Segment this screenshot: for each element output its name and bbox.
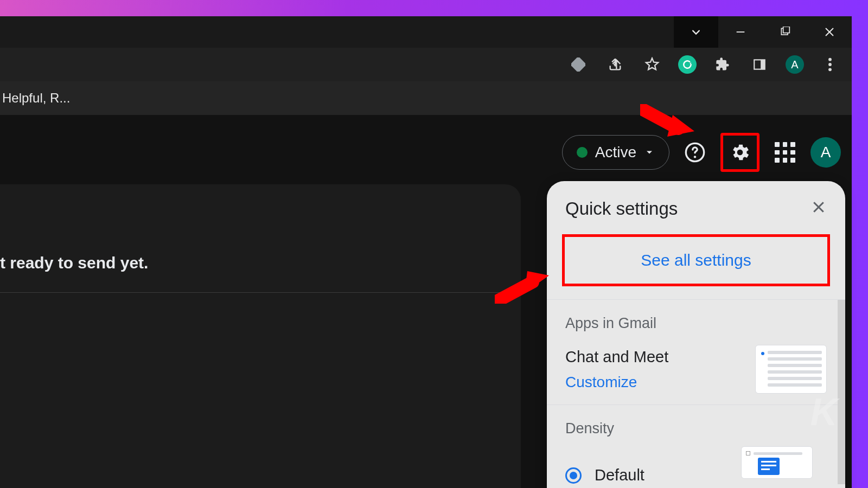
bookmark-item[interactable]: Helpful, R... bbox=[2, 91, 70, 106]
minimize-icon bbox=[735, 26, 746, 38]
svg-point-6 bbox=[828, 58, 832, 61]
main-content-card: t ready to send yet. bbox=[0, 184, 521, 488]
maximize-icon bbox=[780, 27, 790, 37]
section-heading: Density bbox=[565, 420, 827, 437]
minimize-button[interactable] bbox=[718, 16, 763, 48]
close-icon bbox=[810, 199, 827, 215]
radio-icon bbox=[565, 467, 582, 484]
close-icon bbox=[823, 25, 836, 38]
quick-settings-title: Quick settings bbox=[565, 198, 678, 219]
bookmarks-bar: Helpful, R... bbox=[0, 81, 852, 115]
bookmark-star-icon[interactable] bbox=[641, 54, 663, 75]
status-pill[interactable]: Active bbox=[562, 135, 669, 170]
tab-search-button[interactable] bbox=[674, 16, 718, 48]
settings-button[interactable] bbox=[725, 138, 755, 167]
browser-profile-avatar[interactable]: A bbox=[786, 55, 804, 74]
browser-toolbar: A bbox=[0, 48, 852, 81]
scrollbar[interactable] bbox=[838, 300, 845, 484]
radio-label: Default bbox=[595, 466, 644, 484]
see-all-settings-button[interactable]: See all settings bbox=[562, 234, 830, 286]
account-avatar[interactable]: A bbox=[810, 137, 841, 168]
apps-in-gmail-section: Apps in Gmail Chat and Meet Customize bbox=[547, 300, 845, 405]
close-window-button[interactable] bbox=[807, 16, 852, 48]
quick-settings-close-button[interactable] bbox=[810, 199, 827, 219]
share-icon[interactable] bbox=[604, 54, 626, 75]
help-button[interactable] bbox=[680, 138, 710, 167]
status-label: Active bbox=[595, 144, 636, 161]
density-default-option[interactable]: Default bbox=[565, 466, 644, 484]
sidepanel-icon[interactable] bbox=[749, 54, 770, 75]
content-row: t ready to send yet. bbox=[0, 233, 507, 293]
chevron-down-icon bbox=[688, 24, 704, 40]
content-text: t ready to send yet. bbox=[0, 254, 148, 272]
svg-rect-2 bbox=[783, 27, 790, 33]
caret-down-icon bbox=[644, 147, 655, 158]
svg-rect-5 bbox=[761, 60, 765, 69]
chat-and-meet-label: Chat and Meet bbox=[565, 348, 668, 366]
window-titlebar bbox=[0, 16, 852, 48]
density-thumbnail bbox=[741, 446, 813, 479]
layout-thumbnail bbox=[755, 345, 827, 394]
quick-settings-header: Quick settings bbox=[547, 181, 845, 230]
quick-settings-scroll: Apps in Gmail Chat and Meet Customize De… bbox=[547, 299, 845, 484]
svg-point-11 bbox=[737, 150, 743, 156]
svg-point-8 bbox=[828, 68, 832, 71]
section-heading: Apps in Gmail bbox=[565, 315, 827, 332]
google-apps-button[interactable] bbox=[770, 138, 800, 167]
svg-point-10 bbox=[694, 156, 696, 158]
browser-menu-icon[interactable] bbox=[819, 54, 841, 75]
customize-link[interactable]: Customize bbox=[565, 374, 668, 391]
svg-rect-3 bbox=[571, 57, 585, 72]
extensions-puzzle-icon[interactable] bbox=[712, 54, 733, 75]
status-dot-icon bbox=[577, 147, 588, 158]
adblock-icon[interactable] bbox=[567, 54, 589, 75]
quick-settings-panel: Quick settings See all settings Apps in … bbox=[547, 181, 845, 488]
density-section: Density Default bbox=[547, 405, 845, 484]
svg-point-7 bbox=[828, 63, 832, 66]
gear-icon bbox=[729, 142, 751, 163]
maximize-button[interactable] bbox=[763, 16, 807, 48]
grammarly-extension-icon[interactable] bbox=[678, 55, 697, 74]
gmail-toolbar: Active A bbox=[562, 133, 841, 172]
settings-button-highlight bbox=[720, 133, 760, 172]
doc-icon bbox=[758, 458, 780, 475]
help-icon bbox=[684, 142, 706, 163]
